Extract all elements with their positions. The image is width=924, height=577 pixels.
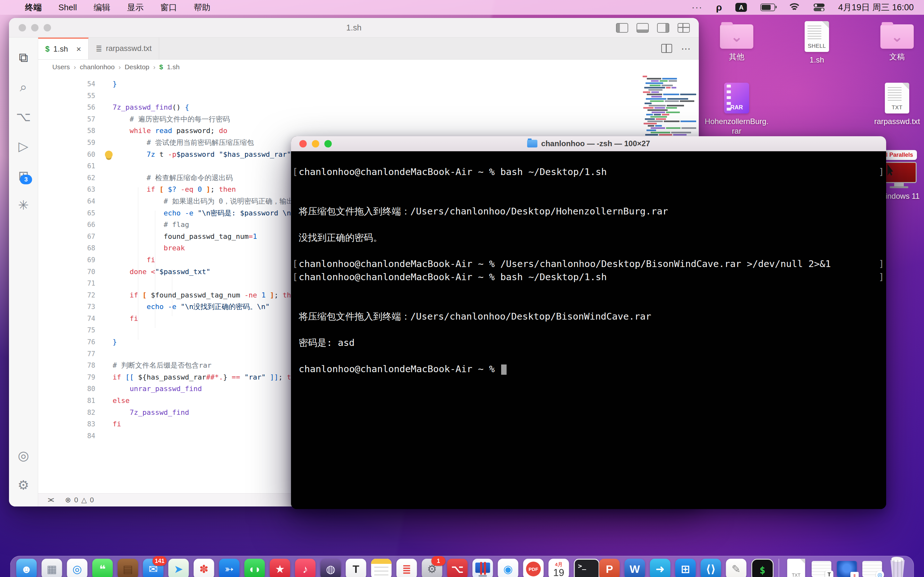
finder-icon: ☻ [16,559,37,577]
desktop-icon-文稿[interactable]: ⌄文稿 [862,24,924,61]
notification-badge: 1 [431,556,446,566]
menu-item-3[interactable]: 窗口 [160,3,177,12]
dock-item-min-parallels-desktop[interactable]: ‖ [837,559,857,577]
dock-item-terminal-app[interactable]: >_ [574,559,594,577]
dock-item-launchpad[interactable]: ▦ [42,559,62,577]
dock-item-messages[interactable]: ❝ [92,559,113,577]
toggle-secondary-sidebar-icon[interactable] [657,23,669,33]
dock-item-photos[interactable]: ✽ [194,559,214,577]
dock-item-settings[interactable]: ⚙1 [422,559,443,577]
dock-item-github[interactable]: ◍ [320,559,341,577]
dock-item-vscode[interactable]: ⟨⟩ [701,559,721,577]
dock-item-powerpoint[interactable]: P [599,559,620,577]
tab-rarpasswd[interactable]: ≣ rarpasswd.txt [89,37,159,59]
terminal-window: chanlonhoo — -zsh — 100×27 [chanlonhoo@c… [291,136,886,509]
dock-item-parallels[interactable] [473,559,493,577]
dock-item-gitee[interactable]: ⌥ [447,559,468,577]
split-editor-icon[interactable] [661,44,672,53]
dock-item-min-safari-window[interactable]: ◎ [862,559,883,577]
control-center-icon[interactable] [814,3,825,11]
terminal-blank-line [291,323,886,336]
terminal-output[interactable]: [chanlonhoo@chanlondeMacBook-Air ~ % bas… [291,151,886,509]
wifi-icon[interactable] [788,3,800,11]
dock-item-reminders[interactable]: ≣ [397,559,417,577]
dock-item-music[interactable]: ♪ [295,559,316,577]
breadcrumb[interactable]: Users› chanlonhoo› Desktop› $ 1.sh [38,60,699,74]
maps-icon: ➤ [168,559,189,577]
desktop-icon-label: 1.sh [809,55,824,65]
desktop-icon-HohenzollernBurg-rar[interactable]: RARHohenzollernBurg.rar [701,83,772,136]
menu-app-name[interactable]: 终端 [25,2,42,13]
desktop-icon-其他[interactable]: ⌄其他 [701,24,772,61]
toggle-sidebar-icon[interactable] [616,23,628,33]
dock-item-trash[interactable] [887,559,908,577]
trash-icon [889,559,906,577]
accounts-icon[interactable]: ◎ [14,444,33,467]
dock-item-circles-app[interactable]: ◉ [498,559,519,577]
code-line: 567z_passwd_find() { [38,102,699,113]
vscode-activity-bar: ⧉ ⌕ ⌥ ▷ ⊞3 ✳ ◎ ⚙ [9,37,38,506]
lightbulb-icon[interactable] [105,151,113,158]
input-source-icon[interactable]: A [735,3,747,12]
dock: ☻▦◎❝▤✉141➤✽➳◖◗★♪◍T≣⚙1⌥◉PDF4月19>_PW➜⊞⟨⟩✎$… [10,556,914,577]
minimap[interactable] [642,76,696,140]
dock-item-star-app[interactable]: ★ [270,559,290,577]
dock-item-mail[interactable]: ✉141 [143,559,164,577]
desktop-icon-rarpasswd-txt[interactable]: TXTrarpasswd.txt [862,83,924,126]
dock-item-pdf-expert[interactable]: PDF [523,559,544,577]
shell-file-icon: $ [160,63,163,71]
menu-item-2[interactable]: 显示 [127,3,144,12]
notification-badge: 141 [152,556,166,566]
dock-item-calendar[interactable]: 4月19 [549,559,569,577]
menu-clock[interactable]: 4月19日 周三 16:00 [838,2,914,13]
openai-extension-icon[interactable]: ✳ [14,194,33,216]
document-icon: TXT [885,83,909,113]
dock-item-iterm[interactable]: $ [751,559,772,577]
music-icon: ♪ [295,559,316,577]
tab-close-icon[interactable]: × [76,44,81,54]
tab-1sh[interactable]: $ 1.sh × [38,37,89,59]
dock-item-wechat[interactable]: ◖◗ [244,559,265,577]
iterm-icon: $ [751,559,774,577]
dock-item-maps[interactable]: ➤ [168,559,189,577]
extensions-icon[interactable]: ⊞3 [14,164,33,187]
settings-gear-icon[interactable]: ⚙ [14,474,33,496]
remote-indicator-icon[interactable]: >< [48,496,52,504]
dock-item-bird-app[interactable]: ➳ [219,559,240,577]
battery-icon[interactable] [760,3,775,11]
circles-app-icon: ◉ [498,559,519,577]
dock-item-min-typora-window[interactable]: T [811,559,832,577]
desktop-icon-label: rarpasswd.txt [874,117,920,126]
dock-item-typora[interactable]: T [346,559,367,577]
vscode-titlebar[interactable]: 1.sh [9,18,699,37]
text-file-icon: ≣ [95,44,102,53]
dock-item-finder[interactable]: ☻ [16,559,37,577]
search-icon[interactable]: ⌕ [14,76,33,98]
folder-icon: ⌄ [720,24,753,49]
dock-item-windows11[interactable]: ⊞ [675,559,696,577]
run-debug-icon[interactable]: ▷ [14,135,33,157]
customize-layout-icon[interactable] [678,23,690,33]
code-line: 58 while read password; do [38,125,699,137]
problems-indicator[interactable]: ⊗ 0 △ 0 [65,496,94,504]
extensions-badge: 3 [20,175,32,184]
explorer-icon[interactable]: ⧉ [14,47,33,69]
toggle-panel-icon[interactable] [636,23,649,33]
menu-item-1[interactable]: 编辑 [94,3,110,12]
dock-item-notes[interactable] [371,559,392,577]
dock-item-textedit[interactable]: ✎ [726,559,746,577]
more-actions-icon[interactable]: ⋯ [681,43,691,54]
dock-item-safari[interactable]: ◎ [67,559,87,577]
terminal-line: [chanlonhoo@chanlondeMacBook-Air ~ % /Us… [291,258,886,271]
parallels-status-icon[interactable]: ρ [716,2,722,13]
desktop-icon-1-sh[interactable]: SHELL1.sh [782,21,852,65]
dock-item-wood-game[interactable]: ▤ [118,559,138,577]
dock-item-word[interactable]: W [625,559,645,577]
terminal-titlebar[interactable]: chanlonhoo — -zsh — 100×27 [291,136,886,151]
more-status-icon[interactable]: ··· [692,2,703,13]
dock-item-min-txt-doc[interactable]: TXT [786,559,806,577]
source-control-icon[interactable]: ⌥ [14,105,33,128]
dock-item-arrow-app[interactable]: ➜ [650,559,670,577]
menu-item-4[interactable]: 帮助 [194,3,210,12]
menu-item-0[interactable]: Shell [58,3,77,12]
